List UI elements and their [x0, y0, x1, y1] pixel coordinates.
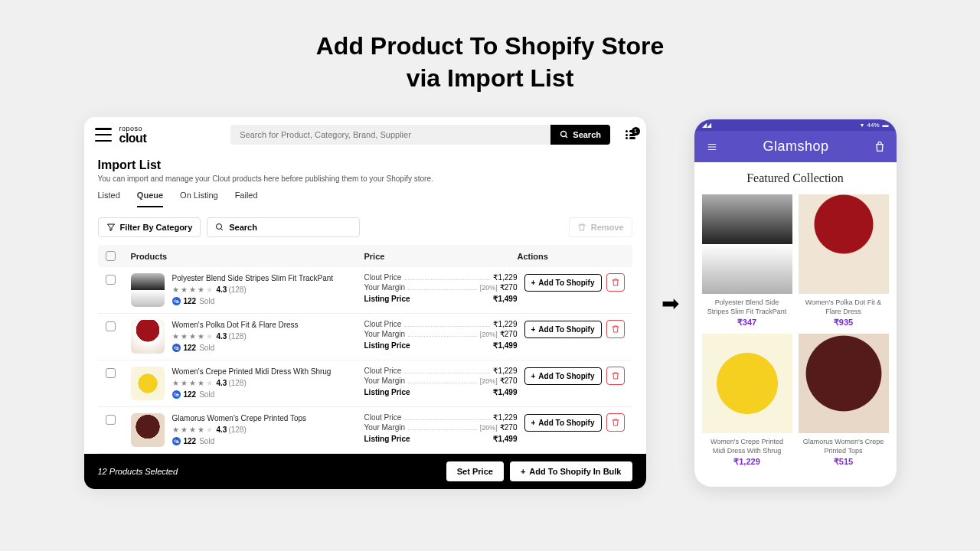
add-to-shopify-button[interactable]: +Add To Shopify — [524, 414, 602, 432]
rating: ★★★★★4.3(128) — [172, 425, 364, 434]
rating: ★★★★★4.3(128) — [172, 285, 364, 294]
search-icon — [215, 223, 224, 232]
delete-button[interactable] — [606, 413, 625, 432]
cart-icon: 🛍 — [172, 437, 181, 445]
product-name: Glamorus Women's Crepe Printed Tops — [172, 413, 364, 423]
sold-count: 🛍122Sold — [172, 437, 364, 445]
cart-icon: 🛍 — [172, 390, 181, 399]
product-thumbnail — [131, 273, 165, 307]
card-title: Women's Crepe Printed Midi Dress With Sh… — [702, 438, 792, 455]
table-row: Glamorus Women's Crepe Printed Tops ★★★★… — [98, 407, 632, 454]
listing-price-label: Listing Price — [364, 295, 410, 303]
delete-button[interactable] — [606, 367, 625, 385]
margin-label: Your Margin — [364, 330, 406, 338]
listing-price-value: ₹1,499 — [493, 341, 517, 350]
delete-button[interactable] — [606, 320, 625, 338]
row-checkbox[interactable] — [106, 368, 116, 378]
filter-icon — [106, 223, 116, 232]
margin-value: ₹270 — [500, 377, 518, 385]
table-row: Women's Crepe Printed Midi Dress With Sh… — [98, 360, 632, 407]
add-to-shopify-button[interactable]: +Add To Shopify — [524, 321, 602, 338]
tablist: Listed Queue On Listing Failed — [98, 191, 632, 208]
set-price-button[interactable]: Set Price — [446, 461, 504, 481]
margin-value: ₹270 — [500, 330, 518, 338]
app-menu-icon[interactable] — [705, 142, 719, 152]
wifi-icon: ▾ — [861, 122, 864, 129]
card-title: Women's Polka Dot Fit & Flare Dress — [799, 298, 889, 315]
card-price: ₹347 — [737, 318, 756, 328]
card-image — [702, 194, 792, 294]
remove-button[interactable]: Remove — [569, 217, 632, 237]
tab-queue[interactable]: Queue — [137, 191, 163, 207]
clout-price-value: ₹1,229 — [493, 273, 517, 282]
add-to-shopify-button[interactable]: +Add To Shopify — [524, 274, 602, 292]
product-card[interactable]: Glamorus Women's Crepe Printed Tops ₹515 — [799, 334, 889, 467]
arrow-icon: ➡ — [662, 291, 679, 316]
list-search[interactable]: Search — [207, 217, 360, 237]
listing-price-value: ₹1,499 — [493, 295, 517, 303]
card-image — [702, 334, 792, 433]
listing-price-label: Listing Price — [364, 435, 410, 443]
card-title: Glamorus Women's Crepe Printed Tops — [799, 438, 889, 455]
signal-icon: ◢◢ — [702, 122, 711, 129]
trash-icon — [611, 324, 620, 334]
margin-value: ₹270 — [500, 423, 518, 432]
clout-price-value: ₹1,229 — [493, 320, 517, 328]
row-checkbox[interactable] — [106, 321, 116, 331]
search-icon — [560, 130, 569, 139]
product-card[interactable]: Polyester Blend Side Stripes Slim Fit Tr… — [702, 194, 792, 328]
clout-price-value: ₹1,229 — [493, 413, 517, 422]
dashboard-panel: roposoclout Search 1 Import List You can… — [84, 117, 646, 489]
svg-line-1 — [566, 136, 568, 139]
margin-label: Your Margin — [364, 377, 406, 385]
section-title: Featured Collection — [694, 162, 897, 194]
row-checkbox[interactable] — [106, 415, 116, 425]
sold-count: 🛍122Sold — [172, 297, 364, 305]
hamburger-icon[interactable] — [95, 128, 112, 142]
menu-list-icon[interactable]: 1 — [626, 130, 635, 139]
table-row: Women's Polka Dot Fit & Flare Dress ★★★★… — [98, 314, 632, 360]
trash-icon — [611, 418, 620, 427]
tab-listed[interactable]: Listed — [98, 191, 120, 207]
filter-button[interactable]: Filter By Category — [98, 217, 201, 237]
card-image — [799, 334, 889, 433]
search-input[interactable] — [230, 125, 550, 145]
svg-line-3 — [221, 229, 224, 231]
page-subtitle: You can import and manage your Clout pro… — [98, 174, 632, 183]
card-price: ₹935 — [834, 318, 853, 328]
trash-icon — [611, 371, 620, 380]
notification-badge: 1 — [632, 127, 640, 135]
selected-count: 12 Products Selected — [98, 467, 440, 476]
row-checkbox[interactable] — [106, 275, 116, 285]
svg-point-2 — [217, 224, 222, 230]
bag-icon[interactable] — [874, 141, 886, 153]
select-all-checkbox[interactable] — [106, 251, 116, 261]
col-price: Price — [364, 252, 518, 261]
page-title: Import List — [98, 158, 632, 172]
product-card[interactable]: Women's Crepe Printed Midi Dress With Sh… — [702, 334, 792, 467]
card-price: ₹515 — [834, 457, 853, 467]
cart-icon: 🛍 — [172, 297, 181, 305]
add-bulk-button[interactable]: +Add To Shopify In Bulk — [510, 461, 632, 481]
search-button[interactable]: Search — [550, 125, 610, 145]
clout-price-label: Clout Price — [364, 367, 402, 375]
listing-price-label: Listing Price — [364, 341, 410, 350]
margin-value: ₹270 — [500, 283, 518, 292]
product-thumbnail — [131, 413, 165, 447]
tab-failed[interactable]: Failed — [235, 191, 258, 207]
listing-price-value: ₹1,499 — [493, 435, 517, 443]
product-name: Women's Crepe Printed Midi Dress With Sh… — [172, 367, 364, 377]
tab-onlisting[interactable]: On Listing — [180, 191, 218, 207]
cart-icon: 🛍 — [172, 344, 181, 352]
table-row: Polyester Blend Side Stripes Slim Fit Tr… — [98, 267, 632, 314]
clout-price-label: Clout Price — [364, 413, 402, 422]
clout-price-label: Clout Price — [364, 273, 402, 282]
delete-button[interactable] — [606, 273, 625, 292]
rating: ★★★★★4.3(128) — [172, 332, 364, 341]
battery-icon: ▬ — [883, 122, 889, 129]
product-card[interactable]: Women's Polka Dot Fit & Flare Dress ₹935 — [799, 194, 889, 328]
app-brand: Glamshop — [719, 139, 874, 155]
add-to-shopify-button[interactable]: +Add To Shopify — [524, 367, 602, 385]
col-products: Products — [131, 252, 364, 261]
rating: ★★★★★4.3(128) — [172, 379, 364, 387]
